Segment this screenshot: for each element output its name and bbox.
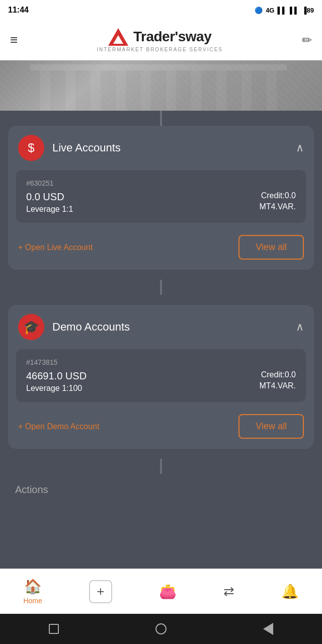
live-accounts-view-all-button[interactable]: View all bbox=[238, 235, 304, 260]
connector-line-3 bbox=[160, 459, 162, 474]
bell-icon: 🔔 bbox=[281, 583, 299, 600]
nav-home[interactable]: 🏠 Home bbox=[23, 578, 42, 605]
android-navigation bbox=[0, 614, 322, 644]
status-time: 11:44 bbox=[8, 6, 29, 15]
nav-wallet[interactable]: 👛 bbox=[159, 583, 177, 600]
demo-accounts-icon: 🎓 bbox=[18, 314, 44, 340]
status-bar: 11:44 🔵 4G ▌▌ ▌▌ ▐89 bbox=[0, 0, 322, 20]
svg-rect-8 bbox=[216, 65, 226, 111]
logo-subtitle: INTERMARKET BROKERAGE SERVICES bbox=[97, 47, 223, 52]
android-home-icon bbox=[155, 623, 167, 634]
nav-add[interactable]: + bbox=[89, 580, 112, 603]
live-account-number: #630251 bbox=[26, 179, 296, 187]
network-4g-icon: 4G bbox=[266, 7, 274, 14]
demo-account-leverage: Leverage 1:100 bbox=[26, 384, 87, 393]
live-accounts-section: $ Live Accounts ∧ #630251 0.0 USD Levera… bbox=[8, 126, 314, 270]
transfer-icon: ⇄ bbox=[223, 584, 234, 599]
bottom-navigation: 🏠 Home + 👛 ⇄ 🔔 bbox=[0, 569, 322, 614]
live-accounts-chevron-icon: ∧ bbox=[296, 141, 304, 154]
logo-triangle-icon bbox=[108, 28, 128, 46]
live-account-right: Credit:0.0 MT4.VAR. bbox=[259, 191, 296, 211]
live-accounts-header[interactable]: $ Live Accounts ∧ bbox=[8, 126, 314, 170]
demo-account-credit: Credit:0.0 bbox=[259, 370, 296, 379]
live-account-card[interactable]: #630251 0.0 USD Leverage 1:1 Credit:0.0 … bbox=[16, 170, 306, 223]
menu-button[interactable]: ≡ bbox=[10, 32, 18, 48]
live-account-leverage: Leverage 1:1 bbox=[26, 205, 73, 214]
nav-transfer[interactable]: ⇄ bbox=[223, 584, 234, 599]
home-icon: 🏠 bbox=[24, 578, 42, 595]
svg-rect-2 bbox=[65, 65, 75, 111]
nav-home-label: Home bbox=[23, 597, 42, 605]
demo-account-card[interactable]: #1473815 46691.0 USD Leverage 1:100 Cred… bbox=[16, 349, 306, 402]
signal-icon: ▌▌ bbox=[277, 7, 286, 14]
svg-rect-10 bbox=[267, 65, 277, 111]
android-recent-button[interactable] bbox=[44, 619, 64, 639]
connector-line-2 bbox=[160, 280, 162, 295]
status-icons: 🔵 4G ▌▌ ▌▌ ▐89 bbox=[255, 7, 314, 14]
logo-text: Trader'sway bbox=[133, 29, 211, 45]
android-back-icon bbox=[263, 623, 273, 635]
android-back-button[interactable] bbox=[258, 619, 278, 639]
connector-line bbox=[160, 111, 162, 126]
live-accounts-actions: + Open Live Account View all bbox=[8, 231, 314, 260]
demo-account-left: 46691.0 USD Leverage 1:100 bbox=[26, 370, 87, 393]
live-account-left: 0.0 USD Leverage 1:1 bbox=[26, 191, 73, 214]
demo-account-right: Credit:0.0 MT4.VAR. bbox=[259, 370, 296, 390]
live-account-details: 0.0 USD Leverage 1:1 Credit:0.0 MT4.VAR. bbox=[26, 191, 296, 214]
svg-rect-4 bbox=[116, 65, 126, 111]
live-account-platform: MT4.VAR. bbox=[259, 202, 296, 211]
demo-accounts-chevron-icon: ∧ bbox=[296, 320, 304, 334]
nav-notifications[interactable]: 🔔 bbox=[281, 583, 299, 600]
demo-accounts-section: 🎓 Demo Accounts ∧ #1473815 46691.0 USD L… bbox=[8, 305, 314, 449]
demo-accounts-view-all-button[interactable]: View all bbox=[238, 414, 304, 439]
demo-accounts-header[interactable]: 🎓 Demo Accounts ∧ bbox=[8, 305, 314, 349]
live-accounts-icon: $ bbox=[18, 135, 44, 161]
wallet-icon: 👛 bbox=[159, 583, 177, 600]
svg-rect-6 bbox=[166, 65, 176, 111]
app-logo: Trader'sway INTERMARKET BROKERAGE SERVIC… bbox=[97, 28, 223, 52]
svg-rect-9 bbox=[242, 65, 252, 111]
live-accounts-title: Live Accounts bbox=[52, 141, 288, 154]
demo-accounts-title: Demo Accounts bbox=[52, 320, 288, 334]
add-button-box[interactable]: + bbox=[89, 580, 112, 603]
live-account-credit: Credit:0.0 bbox=[259, 191, 296, 200]
demo-account-number: #1473815 bbox=[26, 358, 296, 366]
battery-icon: ▐89 bbox=[302, 7, 314, 14]
demo-account-balance: 46691.0 USD bbox=[26, 370, 87, 382]
demo-account-details: 46691.0 USD Leverage 1:100 Credit:0.0 MT… bbox=[26, 370, 296, 393]
hero-image bbox=[0, 60, 322, 111]
android-home-button[interactable] bbox=[151, 619, 171, 639]
svg-rect-5 bbox=[141, 65, 151, 111]
svg-rect-3 bbox=[91, 65, 101, 111]
svg-rect-7 bbox=[191, 65, 201, 111]
signal2-icon: ▌▌ bbox=[290, 7, 299, 14]
open-live-account-button[interactable]: + Open Live Account bbox=[18, 243, 93, 252]
svg-rect-11 bbox=[30, 64, 287, 70]
svg-rect-1 bbox=[40, 65, 50, 111]
live-account-balance: 0.0 USD bbox=[26, 191, 73, 203]
recent-apps-icon bbox=[49, 624, 59, 634]
bluetooth-icon: 🔵 bbox=[255, 7, 263, 14]
actions-label: Actions bbox=[0, 474, 322, 506]
demo-accounts-actions: + Open Demo Account View all bbox=[8, 410, 314, 439]
app-header: ≡ Trader'sway INTERMARKET BROKERAGE SERV… bbox=[0, 20, 322, 60]
open-demo-account-button[interactable]: + Open Demo Account bbox=[18, 422, 99, 431]
demo-account-platform: MT4.VAR. bbox=[259, 381, 296, 390]
plus-icon: + bbox=[97, 584, 104, 599]
edit-button[interactable]: ✏ bbox=[302, 33, 312, 47]
